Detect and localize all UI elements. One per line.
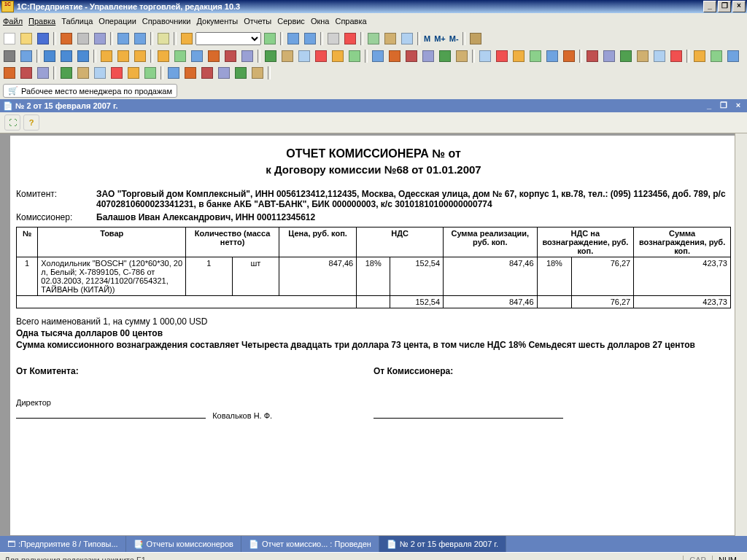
toolbar-icon-33[interactable] — [1, 65, 18, 81]
toolbar-icon-26[interactable] — [618, 48, 634, 64]
toolbar-icon-11[interactable] — [347, 48, 363, 64]
print-icon[interactable] — [1, 48, 18, 64]
mem-mplus-button[interactable]: M+ — [434, 34, 446, 43]
toolbar-icon-34[interactable] — [18, 65, 34, 81]
new-doc-icon[interactable] — [1, 31, 18, 47]
doc-minimize-button[interactable]: _ — [703, 101, 715, 111]
toolbar-icon-4[interactable] — [222, 48, 239, 64]
toolbar-icon-15[interactable] — [420, 48, 436, 64]
save-icon[interactable] — [35, 31, 51, 47]
task-1[interactable]: 📑Отчеты комиссионеров — [126, 536, 241, 552]
toolbar-icon-24[interactable] — [584, 48, 600, 64]
doc-photo-icon[interactable]: ⛶ — [4, 114, 20, 131]
toolbar-icon-1[interactable] — [172, 48, 188, 64]
toolbar-icon-31[interactable] — [708, 48, 724, 64]
object-select[interactable] — [196, 32, 261, 45]
toolbar-icon-22[interactable] — [544, 48, 560, 64]
toolbar-icon-27[interactable] — [635, 48, 651, 64]
vertical-scrollbar[interactable] — [735, 133, 747, 536]
props-icon[interactable] — [382, 31, 398, 47]
doc-help-icon[interactable]: ? — [23, 114, 39, 131]
toolbar-icon-41[interactable] — [142, 65, 158, 81]
toolbar-icon-7[interactable] — [279, 48, 295, 64]
toolbar-icon-36[interactable] — [58, 65, 74, 81]
toolbar-icon-3[interactable] — [206, 48, 222, 64]
menu-edit[interactable]: Правка — [28, 17, 55, 26]
catalog-icon[interactable] — [179, 31, 195, 47]
toolbar-icon-12[interactable] — [370, 48, 386, 64]
mem-mminus-button[interactable]: M- — [449, 34, 459, 43]
forward-icon[interactable] — [302, 31, 318, 47]
toolbar-icon-43[interactable] — [182, 65, 198, 81]
toolbar-icon-0[interactable] — [155, 48, 171, 64]
toolbar-icon-42[interactable] — [166, 65, 182, 81]
paste-icon[interactable] — [92, 31, 108, 47]
toolbar-icon-45[interactable] — [216, 65, 232, 81]
menu-service[interactable]: Сервис — [277, 17, 305, 26]
toolbar-icon-38[interactable] — [92, 65, 108, 81]
rows-icon[interactable] — [42, 48, 58, 64]
toolbar-icon-30[interactable] — [692, 48, 708, 64]
open-icon[interactable] — [18, 31, 34, 47]
sales-manager-workplace-button[interactable]: 🛒 Рабочее место менеджера по продажам — [3, 84, 177, 98]
toolbar-icon-32[interactable] — [725, 48, 741, 64]
list-icon[interactable] — [399, 31, 415, 47]
toolbar-icon-16[interactable] — [437, 48, 453, 64]
toolbar-icon-44[interactable] — [199, 65, 215, 81]
toolbar-icon-9[interactable] — [313, 48, 329, 64]
toolbar-icon-35[interactable] — [35, 65, 51, 81]
undo-icon[interactable] — [115, 31, 131, 47]
redo-icon[interactable] — [132, 31, 148, 47]
users-icon[interactable] — [98, 48, 115, 64]
calendar-icon[interactable] — [342, 31, 358, 47]
form-icon[interactable] — [365, 31, 382, 47]
menu-catalogs[interactable]: Справочники — [142, 17, 191, 26]
copy-icon[interactable] — [75, 31, 91, 47]
toolbar-icon-28[interactable] — [651, 48, 667, 64]
menu-windows[interactable]: Окна — [311, 17, 330, 26]
toolbar-icon-13[interactable] — [387, 48, 403, 64]
toolbar-icon-10[interactable] — [330, 48, 346, 64]
settings-icon[interactable] — [132, 48, 148, 64]
menu-reports[interactable]: Отчеты — [244, 17, 271, 26]
doc-close-button[interactable]: × — [732, 101, 744, 111]
toolbar-icon-17[interactable] — [454, 48, 470, 64]
toolbar-icon-20[interactable] — [511, 48, 527, 64]
toolbar-icon-5[interactable] — [239, 48, 255, 64]
toolbar-icon-29[interactable] — [668, 48, 684, 64]
menu-file[interactable]: Файл — [3, 17, 23, 26]
minimize-button[interactable]: _ — [703, 1, 716, 12]
toolbar-icon-25[interactable] — [601, 48, 617, 64]
back-icon[interactable] — [285, 31, 301, 47]
restore-button[interactable]: ❐ — [718, 1, 731, 12]
grid-icon[interactable] — [75, 48, 91, 64]
toolbar-icon-39[interactable] — [109, 65, 125, 81]
doc-restore-button[interactable]: ❐ — [718, 101, 729, 111]
cut-icon[interactable] — [58, 31, 74, 47]
toolbar-icon-8[interactable] — [296, 48, 312, 64]
find-icon[interactable] — [155, 31, 171, 47]
toolbar-icon-40[interactable] — [125, 65, 142, 81]
task-0[interactable]: 🗔:Предприятие 8 / Типовы... — [0, 536, 126, 552]
preview-icon[interactable] — [18, 48, 34, 64]
goto-icon[interactable] — [262, 31, 278, 47]
tools-icon[interactable] — [468, 31, 484, 47]
menu-documents[interactable]: Документы — [196, 17, 238, 26]
toolbar-icon-14[interactable] — [403, 48, 419, 64]
doc-scroll-area[interactable]: ОТЧЕТ КОМИССИОНЕРА № от к Договору комис… — [0, 133, 747, 536]
rights-icon[interactable] — [115, 48, 131, 64]
close-button[interactable]: × — [732, 1, 746, 12]
toolbar-icon-2[interactable] — [189, 48, 205, 64]
toolbar-icon-21[interactable] — [527, 48, 543, 64]
mem-m-button[interactable]: M — [424, 34, 430, 43]
toolbar-icon-47[interactable] — [249, 65, 266, 81]
menu-table[interactable]: Таблица — [61, 17, 93, 26]
toolbar-icon-19[interactable] — [494, 48, 510, 64]
toolbar-icon-46[interactable] — [233, 65, 249, 81]
toolbar-icon-37[interactable] — [75, 65, 91, 81]
task-2[interactable]: 📄Отчет комиссио... : Проведен — [241, 536, 379, 552]
menu-help[interactable]: Справка — [335, 17, 366, 26]
task-3[interactable]: 📄№ 2 от 15 февраля 2007 г. — [379, 536, 506, 552]
cols-icon[interactable] — [58, 48, 74, 64]
toolbar-icon-6[interactable] — [263, 48, 279, 64]
